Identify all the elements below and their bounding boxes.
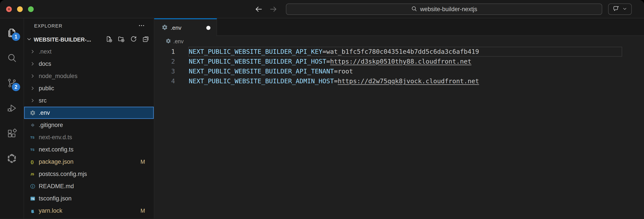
tree-item-env[interactable]: .env — [24, 107, 154, 119]
traffic-lights — [6, 0, 34, 18]
yarn-icon — [28, 208, 37, 214]
command-center-search[interactable]: website-builder-nextjs — [286, 3, 602, 15]
file-name: next.config.ts — [39, 146, 74, 153]
file-name: tsconfig.json — [39, 195, 72, 202]
git-modified-badge: M — [140, 208, 145, 214]
gear-icon — [166, 38, 171, 45]
file-tree: .nextdocsnode_modulespublicsrc.env.gitig… — [24, 45, 154, 219]
chevron-down-icon — [622, 6, 628, 12]
activity-badge: 1 — [12, 32, 20, 41]
file-name: next-env.d.ts — [39, 134, 72, 141]
svg-text:TS: TS — [31, 197, 34, 200]
js-icon: JS — [28, 171, 37, 177]
minimize-button[interactable] — [17, 6, 23, 12]
json-icon: {} — [28, 159, 37, 165]
chevron-right-icon — [28, 98, 37, 103]
more-actions-icon[interactable] — [138, 22, 145, 30]
tree-item-yarn-lock[interactable]: yarn.lockM — [24, 205, 154, 217]
gear-icon — [162, 24, 168, 31]
tree-item-node-modules[interactable]: node_modules — [24, 70, 154, 82]
refresh-icon[interactable] — [130, 35, 137, 44]
svg-text:TS: TS — [30, 136, 34, 139]
file-name: README.md — [39, 183, 74, 190]
file-name: postcss.config.mjs — [39, 171, 87, 178]
vscode-window: website-builder-nextjs 12 EXPLORER — [0, 0, 644, 219]
chevron-right-icon — [28, 86, 37, 91]
tab-bar: .env — [154, 18, 644, 36]
code-editor[interactable]: 1NEXT_PUBLIC_WEBSITE_BUILDER_API_KEY=wat… — [154, 47, 644, 219]
copilot-chat-icon — [612, 5, 620, 13]
new-file-icon[interactable] — [105, 35, 113, 44]
close-button[interactable] — [6, 6, 12, 12]
tree-item-tsconfig-json[interactable]: TStsconfig.json — [24, 192, 154, 205]
line-number: 3 — [154, 66, 175, 76]
tree-item-next-config-ts[interactable]: TSnext.config.ts — [24, 143, 154, 156]
tree-item-readme-md[interactable]: README.md — [24, 180, 154, 192]
back-arrow-icon[interactable] — [254, 5, 263, 13]
file-name: yarn.lock — [39, 208, 62, 214]
file-name: .env — [39, 109, 50, 116]
breadcrumb-item: .env — [173, 38, 184, 45]
line-content: NEXT_PUBLIC_WEBSITE_BUILDER_API_KEY=wat_… — [189, 47, 479, 57]
activity-item-hexagon-extension[interactable] — [5, 152, 18, 165]
line-number: 2 — [154, 57, 175, 66]
code-line-2[interactable]: 2NEXT_PUBLIC_WEBSITE_BUILDER_API_HOST=ht… — [154, 57, 644, 66]
file-name: public — [39, 85, 54, 92]
line-content: NEXT_PUBLIC_WEBSITE_BUILDER_ADMIN_HOST=h… — [189, 76, 479, 86]
line-number: 4 — [154, 76, 175, 86]
activity-badge: 2 — [12, 83, 20, 91]
new-folder-icon[interactable] — [118, 35, 125, 44]
tree-item-public[interactable]: public — [24, 82, 154, 94]
svg-text:{}: {} — [30, 160, 34, 164]
line-content: NEXT_PUBLIC_WEBSITE_BUILDER_API_HOST=htt… — [189, 57, 472, 66]
file-name: .gitignore — [39, 122, 63, 129]
git-modified-badge: M — [140, 159, 145, 165]
code-line-4[interactable]: 4NEXT_PUBLIC_WEBSITE_BUILDER_ADMIN_HOST=… — [154, 76, 644, 86]
zoom-button[interactable] — [28, 6, 34, 12]
forward-arrow-icon[interactable] — [269, 5, 278, 13]
file-name: node_modules — [39, 73, 78, 80]
copilot-chat-button[interactable] — [608, 3, 632, 15]
code-line-3[interactable]: 3NEXT_PUBLIC_WEBSITE_BUILDER_API_TENANT=… — [154, 66, 644, 76]
gear-icon — [28, 110, 37, 116]
tab-label: .env — [170, 24, 181, 31]
modified-dot-icon[interactable] — [206, 26, 210, 30]
workspace-section-header[interactable]: WEBSITE-BUILDER-... — [24, 34, 154, 45]
ts-icon: TS — [28, 147, 37, 153]
tree-item-postcss-config-mjs[interactable]: JSpostcss.config.mjs — [24, 168, 154, 180]
info-icon — [28, 183, 37, 189]
git-icon — [28, 122, 37, 128]
tree-item-next-folder[interactable]: .next — [24, 45, 154, 58]
editor-area: .env .env 1NEXT_PUBLIC_WEBSITE_BUILDER_A… — [154, 18, 644, 219]
tree-item-docs[interactable]: docs — [24, 58, 154, 70]
tab-env[interactable]: .env — [154, 18, 217, 36]
activity-bar: 12 — [0, 18, 24, 219]
activity-item-search[interactable] — [5, 52, 18, 64]
file-name: package.json — [39, 159, 74, 165]
tree-item-src[interactable]: src — [24, 94, 154, 107]
activity-item-extensions[interactable] — [5, 127, 18, 139]
file-name: docs — [39, 60, 51, 67]
titlebar: website-builder-nextjs — [0, 0, 644, 18]
breadcrumb[interactable]: .env — [154, 36, 644, 47]
activity-item-source-control[interactable]: 2 — [5, 77, 18, 89]
file-name: src — [39, 97, 46, 104]
activity-item-run-debug[interactable] — [5, 102, 18, 114]
activity-item-explorer[interactable]: 1 — [5, 27, 18, 39]
code-line-1[interactable]: 1NEXT_PUBLIC_WEBSITE_BUILDER_API_KEY=wat… — [154, 47, 644, 57]
line-content: NEXT_PUBLIC_WEBSITE_BUILDER_API_TENANT=r… — [189, 66, 353, 76]
chevron-right-icon — [28, 73, 37, 79]
ts-icon: TS — [28, 134, 37, 140]
chevron-right-icon — [28, 61, 37, 66]
tree-item-package-json[interactable]: {}package.jsonM — [24, 156, 154, 168]
tree-item-next-env-d-ts[interactable]: TSnext-env.d.ts — [24, 131, 154, 143]
chevron-down-icon — [26, 36, 32, 43]
workspace-name: WEBSITE-BUILDER-... — [34, 36, 91, 43]
tree-item-gitignore[interactable]: .gitignore — [24, 119, 154, 131]
window-title: website-builder-nextjs — [420, 6, 477, 13]
collapse-all-icon[interactable] — [142, 35, 150, 44]
explorer-sidebar: EXPLORER WEBSITE-BUILDER-... .nextdocsno… — [24, 18, 154, 219]
search-icon — [411, 5, 418, 13]
file-name: .next — [39, 48, 52, 55]
svg-text:TS: TS — [30, 148, 34, 152]
